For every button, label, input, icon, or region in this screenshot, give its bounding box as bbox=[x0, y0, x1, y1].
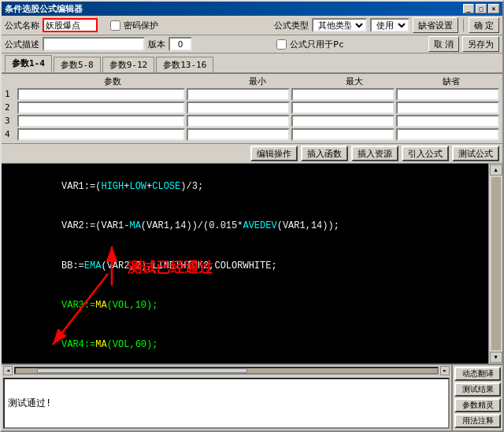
status-text: 测试通过! bbox=[8, 397, 51, 410]
window-title: 条件选股公式编辑器 bbox=[5, 3, 83, 15]
bottom-left: ◄ ► 测试通过! bbox=[2, 365, 451, 430]
row2: 公式描述 版本 公式只用于Pc 取 消 另存为 bbox=[2, 35, 502, 54]
row-num-3: 3 bbox=[5, 115, 16, 127]
only-for-pc-checkbox[interactable] bbox=[276, 39, 287, 50]
tab-params-13-16[interactable]: 参数13-16 bbox=[156, 57, 213, 72]
formula-type-select[interactable]: 其他类型 bbox=[312, 18, 367, 32]
save-as-button[interactable]: 另存为 bbox=[462, 36, 499, 52]
params-grid: 1 2 3 4 参数 最小 最大 缺省 bbox=[5, 76, 499, 142]
password-label: 密码保护 bbox=[124, 20, 158, 31]
use-notes-button[interactable]: 用法注释 bbox=[454, 414, 501, 428]
formula-desc-label: 公式描述 bbox=[5, 39, 39, 50]
status-bar: 测试通过! bbox=[3, 378, 450, 429]
scroll-up-button[interactable]: ▲ bbox=[490, 164, 502, 175]
scroll-left-button[interactable]: ◄ bbox=[3, 366, 13, 375]
code-editor[interactable]: VAR1:=(HIGH+LOW+CLOSE)/3; VAR2:=(VAR1-MA… bbox=[2, 164, 488, 364]
main-window: 条件选股公式编辑器 _ □ × 公式名称 密码保护 公式类型 其他类型 使用权 … bbox=[0, 0, 504, 432]
divider1 bbox=[463, 19, 464, 31]
param1-name[interactable] bbox=[17, 88, 185, 101]
minimize-button[interactable]: _ bbox=[463, 4, 474, 13]
scroll-right-button[interactable]: ► bbox=[440, 366, 450, 375]
dynamic-translate-button[interactable]: 动态翻译 bbox=[454, 367, 501, 381]
param1-max[interactable] bbox=[291, 88, 395, 101]
param4-min[interactable] bbox=[187, 128, 290, 141]
code-line-3: BB:=EMA(VAR2,2),LINETHICK2,COLORWHITE; bbox=[5, 246, 485, 286]
cancel-button[interactable]: 取 消 bbox=[428, 36, 459, 52]
insert-func-button[interactable]: 插入函数 bbox=[301, 146, 348, 161]
param2-default[interactable] bbox=[396, 102, 499, 114]
formula-name-label: 公式名称 bbox=[5, 20, 39, 31]
tab-params-9-12[interactable]: 参数9-12 bbox=[102, 57, 155, 72]
row-num-1: 1 bbox=[5, 88, 16, 101]
code-wrapper: VAR1:=(HIGH+LOW+CLOSE)/3; VAR2:=(VAR1-MA… bbox=[2, 164, 488, 364]
scroll-down-button[interactable]: ▼ bbox=[490, 352, 502, 363]
only-for-pc-label: 公式只用于Pc bbox=[290, 39, 343, 50]
bottom-right-panel: 动态翻译 测试结果 参数精灵 用法注释 bbox=[451, 365, 502, 430]
code-line-4: VAR3:=MA(VOL,10); bbox=[5, 286, 485, 325]
code-line-1: VAR1:=(HIGH+LOW+CLOSE)/3; bbox=[5, 167, 485, 206]
param4-default[interactable] bbox=[396, 128, 499, 141]
toolbar-row1: 公式名称 密码保护 公式类型 其他类型 使用权 缺省设置 确 定 bbox=[2, 16, 502, 35]
version-input[interactable] bbox=[169, 37, 192, 51]
formula-desc-input[interactable] bbox=[43, 37, 145, 51]
default-settings-button[interactable]: 缺省设置 bbox=[413, 17, 458, 33]
param4-max[interactable] bbox=[291, 128, 395, 141]
params-header: 参数 最小 最大 缺省 bbox=[17, 76, 499, 87]
param3-default[interactable] bbox=[396, 115, 499, 127]
param-col-header: 参数 bbox=[17, 76, 208, 87]
content-main: VAR1:=(HIGH+LOW+CLOSE)/3; VAR2:=(VAR1-MA… bbox=[2, 164, 502, 364]
param1-min[interactable] bbox=[187, 88, 290, 101]
h-scroll-track[interactable] bbox=[14, 367, 439, 375]
tabs-row: 参数1-4 参数5-8 参数9-12 参数13-16 bbox=[2, 54, 502, 74]
use-rights-select[interactable]: 使用权 bbox=[370, 18, 410, 32]
params-section: 1 2 3 4 参数 最小 最大 缺省 bbox=[2, 74, 502, 144]
default-col-header: 缺省 bbox=[404, 76, 499, 87]
password-checkbox[interactable] bbox=[110, 20, 120, 31]
import-formula-button[interactable]: 引入公式 bbox=[402, 146, 449, 161]
param-row-1 bbox=[17, 88, 499, 101]
close-button[interactable]: × bbox=[488, 4, 499, 13]
scroll-track[interactable] bbox=[491, 177, 501, 350]
code-line-2: VAR2:=(VAR1-MA(VAR1,14))/(0.015*AVEDEV(V… bbox=[5, 206, 485, 246]
tab-params-1-4[interactable]: 参数1-4 bbox=[5, 55, 52, 72]
param2-min[interactable] bbox=[187, 102, 290, 114]
param2-name[interactable] bbox=[17, 102, 185, 114]
row-numbers: 1 2 3 4 bbox=[5, 76, 16, 142]
param4-name[interactable] bbox=[17, 128, 185, 141]
row-num-2: 2 bbox=[5, 102, 16, 114]
title-bar: 条件选股公式编辑器 _ □ × bbox=[2, 2, 502, 16]
param-row-3 bbox=[17, 115, 499, 127]
param-row-2 bbox=[17, 102, 499, 114]
h-scroll-thumb bbox=[37, 368, 248, 373]
maximize-button[interactable]: □ bbox=[476, 4, 487, 13]
param3-max[interactable] bbox=[291, 115, 395, 127]
code-line-5: VAR4:=MA(VOL,60); bbox=[5, 326, 485, 364]
params-input-grid: 参数 最小 最大 缺省 bbox=[17, 76, 499, 142]
bottom-area: ◄ ► 测试通过! 动态翻译 测试结果 参数精灵 用法注释 bbox=[2, 364, 502, 430]
formula-name-input[interactable] bbox=[43, 18, 98, 32]
param2-max[interactable] bbox=[291, 102, 395, 114]
h-scrollbar-row: ◄ ► bbox=[2, 365, 451, 376]
test-results-button[interactable]: 测试结果 bbox=[454, 382, 501, 397]
param-wizard-button[interactable]: 参数精灵 bbox=[454, 398, 501, 412]
min-col-header: 最小 bbox=[209, 76, 305, 87]
param3-min[interactable] bbox=[187, 115, 290, 127]
right-scrollbar: ▲ ▼ bbox=[488, 164, 502, 364]
insert-resource-button[interactable]: 插入资源 bbox=[351, 146, 398, 161]
param3-name[interactable] bbox=[17, 115, 185, 127]
formula-type-label: 公式类型 bbox=[274, 20, 309, 31]
max-col-header: 最大 bbox=[307, 76, 402, 87]
edit-op-button[interactable]: 编辑操作 bbox=[250, 146, 298, 161]
param1-default[interactable] bbox=[396, 88, 499, 101]
version-label: 版本 bbox=[148, 39, 165, 50]
tab-params-5-8[interactable]: 参数5-8 bbox=[54, 57, 101, 72]
param-row-4 bbox=[17, 128, 499, 141]
action-row: 编辑操作 插入函数 插入资源 引入公式 测试公式 bbox=[2, 144, 502, 164]
test-formula-button[interactable]: 测试公式 bbox=[452, 146, 499, 161]
confirm-button[interactable]: 确 定 bbox=[469, 17, 499, 33]
row-num-4: 4 bbox=[5, 128, 16, 141]
title-bar-buttons: _ □ × bbox=[463, 4, 499, 13]
